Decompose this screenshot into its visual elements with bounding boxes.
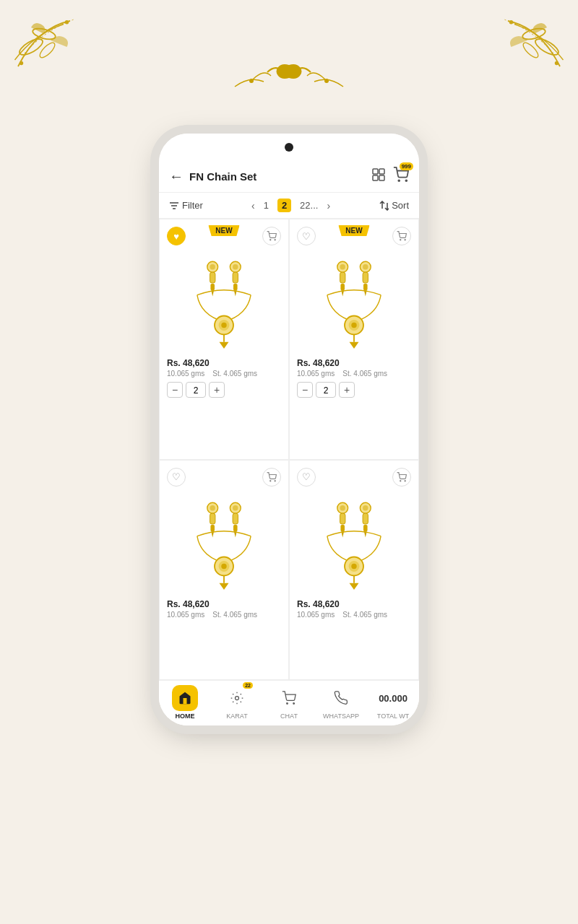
svg-rect-12 — [373, 169, 378, 174]
prev-page-button[interactable]: ‹ — [251, 200, 255, 212]
svg-point-51 — [233, 505, 238, 510]
top-center-ornament — [231, 61, 347, 104]
back-button[interactable]: ← — [169, 168, 184, 185]
bottom-nav: HOME 22 KARAT — [159, 680, 419, 725]
karat-nav-label: KARAT — [226, 712, 247, 720]
svg-point-63 — [340, 505, 345, 510]
svg-point-7 — [555, 61, 558, 65]
svg-rect-53 — [210, 524, 215, 531]
product-3-favorite-button[interactable]: ♡ — [167, 468, 186, 487]
product-2-weight: 10.065 gms St. 4.065 gms — [297, 370, 411, 378]
nav-item-home[interactable]: HOME — [167, 685, 203, 720]
home-icon-wrap — [172, 685, 198, 711]
product-1-qty-value: 2 — [186, 382, 206, 398]
page-title: FN Chain Set — [189, 170, 366, 183]
product-2-qty-decrease[interactable]: − — [297, 382, 313, 398]
karat-icon-wrap: 22 — [224, 685, 250, 711]
product-3-cart-button[interactable] — [262, 468, 281, 487]
product-2-cart-button[interactable] — [392, 227, 411, 245]
home-nav-label: HOME — [176, 712, 195, 720]
page-1[interactable]: 1 — [259, 199, 273, 212]
svg-point-17 — [405, 180, 407, 181]
product-4-cart-button[interactable] — [392, 468, 411, 487]
svg-rect-25 — [210, 284, 215, 290]
totalwt-icon-wrap: 00.000 — [380, 685, 406, 711]
product-card-4-actions: ♡ — [297, 468, 411, 487]
svg-point-33 — [405, 240, 405, 240]
next-page-button[interactable]: › — [327, 200, 330, 212]
karat-badge: 22 — [243, 682, 253, 689]
svg-rect-54 — [233, 513, 238, 524]
product-1-cart-button[interactable] — [262, 227, 281, 245]
svg-rect-55 — [233, 524, 238, 531]
svg-rect-41 — [363, 284, 368, 290]
filter-button[interactable]: Filter — [169, 200, 203, 211]
header-icons: 999 — [371, 167, 409, 186]
svg-point-16 — [398, 180, 400, 181]
svg-rect-14 — [373, 175, 378, 180]
phone-shell: ← FN Chain Set — [159, 134, 419, 725]
product-1-qty-control: − 2 + — [167, 382, 281, 398]
products-grid: ♥ NEW — [159, 219, 419, 680]
svg-point-8 — [509, 20, 513, 24]
svg-point-5 — [533, 36, 561, 58]
svg-point-4 — [38, 40, 57, 60]
whatsapp-nav-label: WHATSAPP — [323, 712, 359, 720]
svg-rect-15 — [379, 175, 384, 180]
product-4-image — [297, 492, 411, 593]
product-card-3-actions: ♡ — [167, 468, 281, 487]
product-1-qty-increase[interactable]: + — [209, 382, 225, 398]
camera-dot — [285, 143, 293, 152]
svg-point-65 — [363, 505, 368, 510]
totalwt-nav-label: TOTAL WT — [377, 712, 409, 720]
product-2-favorite-button[interactable]: ♡ — [297, 227, 316, 245]
sort-button[interactable]: Sort — [379, 200, 409, 211]
product-4-favorite-button[interactable]: ♡ — [297, 468, 316, 487]
svg-point-46 — [270, 480, 271, 481]
nav-item-whatsapp[interactable]: WHATSAPP — [323, 685, 359, 720]
product-2-price: Rs. 48,620 — [297, 358, 411, 368]
nav-item-totalwt[interactable]: 00.000 TOTAL WT — [375, 685, 411, 720]
grid-view-button[interactable] — [371, 167, 386, 186]
product-1-new-badge: NEW — [208, 225, 239, 236]
svg-rect-52 — [210, 513, 215, 524]
product-1-qty-decrease[interactable]: − — [167, 382, 183, 398]
pagination-area: ‹ 1 2 22... › — [209, 199, 373, 212]
product-card-3: ♡ — [159, 460, 289, 681]
page-ellipsis[interactable]: 22... — [296, 199, 322, 212]
corner-ornament-tl — [11, 14, 90, 79]
svg-rect-26 — [233, 272, 238, 283]
svg-point-49 — [210, 505, 215, 510]
svg-point-76 — [293, 703, 295, 705]
phone-top-bar — [159, 134, 419, 161]
product-2-new-badge: NEW — [338, 225, 369, 236]
svg-point-47 — [275, 480, 275, 481]
svg-point-30 — [221, 323, 226, 328]
svg-rect-66 — [340, 513, 345, 524]
page-2-active[interactable]: 2 — [277, 199, 291, 212]
cart-button[interactable]: 999 — [393, 167, 409, 186]
svg-point-44 — [351, 323, 356, 328]
product-4-weight: 10.065 gms St. 4.065 gms — [297, 611, 411, 619]
product-2-image — [297, 251, 411, 352]
product-card-2: ♡ NEW — [289, 219, 419, 460]
product-2-qty-increase[interactable]: + — [339, 382, 355, 398]
nav-item-chat[interactable]: CHAT — [271, 685, 307, 720]
product-1-favorite-button[interactable]: ♥ — [167, 227, 186, 245]
whatsapp-icon-wrap — [328, 685, 354, 711]
totalwt-value: 00.000 — [379, 693, 407, 704]
svg-point-32 — [400, 240, 401, 240]
svg-point-72 — [351, 563, 356, 568]
svg-point-75 — [287, 703, 288, 705]
svg-rect-39 — [340, 284, 345, 290]
svg-point-58 — [221, 563, 226, 568]
svg-rect-68 — [363, 513, 368, 524]
nav-item-karat[interactable]: 22 KARAT — [219, 685, 255, 720]
svg-point-35 — [340, 264, 345, 269]
svg-rect-24 — [210, 272, 215, 283]
app-header: ← FN Chain Set — [159, 161, 419, 193]
svg-point-37 — [363, 264, 368, 269]
svg-point-18 — [270, 240, 271, 240]
svg-rect-13 — [379, 169, 384, 174]
svg-point-19 — [275, 240, 275, 240]
